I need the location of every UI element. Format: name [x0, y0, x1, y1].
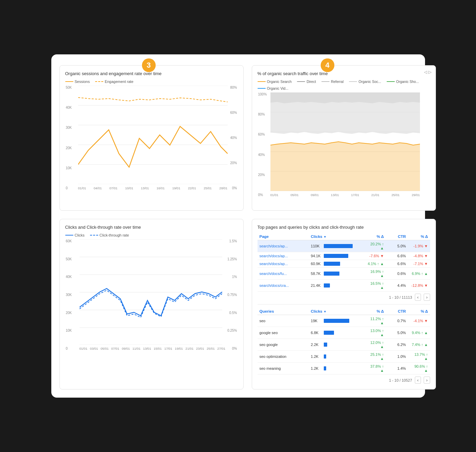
q-delta1-cell-0: 11.2% ↑ ▲: [364, 315, 386, 327]
col-page: Page: [258, 233, 309, 240]
q-ctr-cell-3: 1.0%: [386, 351, 408, 363]
query-row-1: google seo 6.8K 13.0% ↑ ▲ 5.0% 9.4% ↑ ▲: [258, 327, 430, 339]
queries-prev-btn[interactable]: ‹: [415, 377, 421, 384]
delta2-cell-0: -1.9% ▼: [408, 240, 430, 252]
badge-4: 4: [321, 58, 334, 72]
svg-marker-14: [270, 92, 420, 103]
legend-sessions: Sessions: [65, 80, 90, 84]
panel1-y-left: 50K 40K 30K 20K 10K 0: [66, 86, 72, 190]
col-q-clicks[interactable]: Clicks ▼: [309, 308, 364, 315]
q-clicks-cell-4: 1.2K: [309, 363, 364, 375]
q-delta2-cell-2: 7.4% ↑ ▲: [408, 339, 430, 351]
q-delta1-cell-3: 25.1% ↑ ▲: [364, 351, 386, 363]
ctr-cell-3: 0.6%: [386, 268, 408, 280]
query-cell-3: seo optimization: [258, 351, 309, 363]
delta2-cell-1: -4.8% ▼: [408, 252, 430, 260]
ctr-cell-0: 5.0%: [386, 240, 408, 252]
panel2-legend: Organic Search Direct Referral Organic S…: [258, 80, 430, 90]
delta2-cell-4: -12.8% ▼: [408, 280, 430, 292]
pages-prev-btn[interactable]: ‹: [415, 294, 421, 301]
pages-next-btn[interactable]: ›: [424, 294, 430, 301]
legend-engagement: Engagement rate: [95, 80, 133, 84]
queries-next-btn[interactable]: ›: [424, 377, 430, 384]
clicks-sort-arrow: ▼: [323, 235, 327, 239]
query-row-3: seo optimization 1.2K 25.1% ↑ ▲ 1.0% 13.…: [258, 351, 430, 363]
legend-engagement-line: [95, 81, 103, 82]
page-row-3: search/docs/fu... 58.7K 16.9% ↑ ▲ 0.6% 6…: [258, 268, 430, 280]
panel2-chart: [270, 92, 420, 191]
q-ctr-cell-1: 5.0%: [386, 327, 408, 339]
col-clicks[interactable]: Clicks ▼: [309, 233, 364, 240]
delta2-cell-2: -7.1% ▼: [408, 260, 430, 268]
col-q-delta2: % Δ: [408, 308, 430, 315]
legend-organic-vid-line: [258, 88, 266, 89]
pages-header-row: Page Clicks ▼ % Δ CTR % Δ: [258, 233, 430, 240]
panel1-legend: Sessions Engagement rate: [65, 80, 238, 84]
panel2-title: % of organic search traffic over time: [258, 71, 430, 76]
legend-ctr: Click-through rate: [90, 233, 129, 237]
legend-clicks-line: [65, 235, 73, 236]
panel3-title: Clicks and Click-through rate over time: [65, 225, 238, 230]
q-delta2-cell-0: -4.1% ▼: [408, 315, 430, 327]
legend-organic-soc-line: [349, 81, 357, 82]
panel2-chart-wrapper: 100% 80% 60% 40% 20% 0%: [258, 92, 430, 205]
panel3-chart-wrapper: 60K 50K 40K 30K 20K 10K 0 1.5% 1.25% 1% …: [65, 239, 238, 359]
clicks-cell-0: 110K: [309, 240, 364, 252]
query-cell-0: seo: [258, 315, 309, 327]
prev-arrow[interactable]: ◁: [424, 70, 427, 74]
legend-ctr-line: [90, 235, 98, 236]
legend-organic-search-line: [258, 81, 266, 82]
panel1-title: Organic sessions and engagement rate ove…: [65, 71, 238, 76]
q-clicks-cell-3: 1.2K: [309, 351, 364, 363]
queries-pagination: 1 - 10 / 10527 ‹ ›: [258, 377, 430, 384]
panel3-chart: [80, 239, 222, 345]
next-arrow[interactable]: ▷: [428, 70, 431, 74]
delta1-cell-4: 16.5% ↑ ▲: [364, 280, 386, 292]
query-cell-1: google seo: [258, 327, 309, 339]
legend-ctr-label: Click-through rate: [100, 233, 129, 237]
panel-organic-traffic: % of organic search traffic over time Or…: [252, 65, 436, 211]
page-cell-3: search/docs/fu...: [258, 268, 309, 280]
pages-table-body: search/docs/ap... 110K 20.2% ↑ ▲ 5.0% -1…: [258, 240, 430, 292]
col-query: Queries: [258, 308, 309, 315]
queries-table: Queries Clicks ▼ % Δ CTR % Δ seo 19K 11.…: [258, 308, 430, 375]
queries-header-row: Queries Clicks ▼ % Δ CTR % Δ: [258, 308, 430, 315]
col-delta2: % Δ: [408, 233, 430, 240]
query-row-4: seo meaning 1.2K 37.8% ↑ ▲ 1.4% 90.6% ↑ …: [258, 363, 430, 375]
col-ctr: CTR: [386, 233, 408, 240]
page-row-1: search/docs/ap... 94.1K -7.6% ▼ 6.6% -4.…: [258, 252, 430, 260]
query-cell-2: seo google: [258, 339, 309, 351]
q-clicks-cell-2: 2.2K: [309, 339, 364, 351]
legend-organic-search: Organic Search: [258, 80, 292, 84]
page-row-4: search/docs/cra... 21.4K 16.5% ↑ ▲ 4.4% …: [258, 280, 430, 292]
q-delta2-cell-1: 9.4% ↑ ▲: [408, 327, 430, 339]
q-delta2-cell-3: 13.7% ↑ ▲: [408, 351, 430, 363]
dashboard: 1 2 3 4 Organic sessions and engagement …: [51, 54, 425, 398]
legend-clicks-label: Clicks: [75, 233, 85, 237]
panel2-nav-arrows: ◁ ▷: [424, 70, 431, 74]
page-cell-0: search/docs/ap...: [258, 240, 309, 252]
clicks-cell-3: 58.7K: [309, 268, 364, 280]
panel3-y-left: 60K 50K 40K 30K 20K 10K 0: [66, 239, 72, 350]
q-delta1-cell-4: 37.8% ↑ ▲: [364, 363, 386, 375]
main-grid: Organic sessions and engagement rate ove…: [59, 65, 417, 389]
delta1-cell-2: 4.1% ↑ ▲: [364, 260, 386, 268]
legend-sessions-label: Sessions: [75, 80, 90, 84]
legend-engagement-label: Engagement rate: [105, 80, 133, 84]
q-delta1-cell-1: 13.0% ↑ ▲: [364, 327, 386, 339]
clicks-cell-2: 60.9K: [309, 260, 364, 268]
delta2-cell-3: 6.9% ↑ ▲: [408, 268, 430, 280]
clicks-cell-4: 21.4K: [309, 280, 364, 292]
query-row-0: seo 19K 11.2% ↑ ▲ 0.7% -4.1% ▼: [258, 315, 430, 327]
panel4-title: Top pages and queries by clicks and clic…: [258, 225, 430, 230]
queries-pagination-info: 1 - 10 / 10527: [389, 378, 412, 382]
legend-organic-sho-line: [387, 81, 395, 82]
query-cell-4: seo meaning: [258, 363, 309, 375]
q-clicks-cell-1: 6.8K: [309, 327, 364, 339]
pages-pagination: 1 - 10 / 11113 ‹ ›: [258, 294, 430, 301]
legend-direct-line: [297, 81, 305, 82]
legend-referral-line: [321, 81, 330, 82]
delta1-cell-0: 20.2% ↑ ▲: [364, 240, 386, 252]
ctr-cell-2: 6.6%: [386, 260, 408, 268]
panel2-y-left: 100% 80% 60% 40% 20% 0%: [258, 92, 267, 197]
